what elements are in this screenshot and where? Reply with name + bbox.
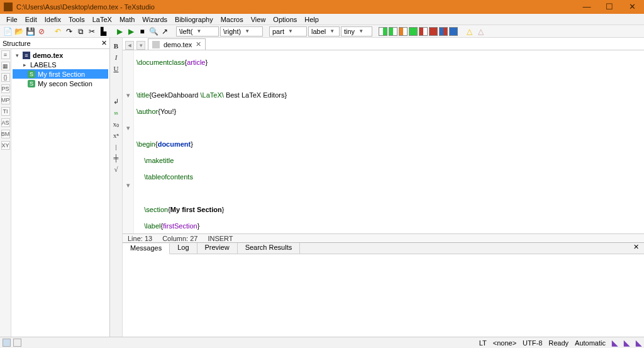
title-bar: C:\Users\Asus\Desktop\demo.tex - TeXstud… (0, 0, 644, 14)
bold-icon[interactable]: B (112, 42, 121, 50)
save-icon[interactable]: 💾 (25, 26, 35, 36)
tree-labels[interactable]: ▸ LABELS (13, 60, 108, 69)
warning2-icon[interactable]: △ (475, 26, 486, 36)
tree-root[interactable]: ▾≡ demo.tex (13, 50, 108, 60)
sub-icon[interactable]: x₀ (112, 120, 121, 128)
bookmark1-icon[interactable]: ◣ (612, 339, 618, 347)
status-auto[interactable]: Automatic (575, 339, 606, 347)
tab-menu-icon[interactable]: ▾ (136, 41, 145, 50)
new-icon[interactable]: 📄 (3, 26, 13, 36)
code-editor[interactable]: ▾ ▾ ▾ (123, 50, 644, 233)
tab-demo[interactable]: demo.tex ✕ (148, 38, 206, 50)
color-swatch-5[interactable] (419, 27, 428, 36)
fold-icon[interactable]: ▾ (123, 124, 133, 132)
tab-prev-icon[interactable]: ◄ (125, 41, 134, 50)
ss-icon[interactable]: ss (112, 108, 121, 117)
minimize-button[interactable]: — (582, 3, 591, 11)
color-swatch-2[interactable] (389, 27, 397, 36)
warning-icon[interactable]: △ (464, 26, 474, 36)
combo-left[interactable]: \left(▼ (176, 26, 219, 36)
side-btn-4[interactable]: PS (1, 84, 10, 93)
tab-close-icon[interactable]: ✕ (196, 40, 201, 48)
side-btn-6[interactable]: TI (1, 107, 10, 116)
status-line: Line: 13 (128, 235, 152, 242)
redo-icon[interactable]: ↷ (64, 26, 74, 36)
side-btn-7[interactable]: AS (1, 118, 10, 127)
dfrac-icon[interactable]: ╪ (112, 154, 121, 162)
italic-icon[interactable]: I (112, 53, 121, 62)
status-ready: Ready (548, 339, 569, 347)
sup-icon[interactable]: xⁿ (112, 131, 121, 140)
status-bar: LT <none> UTF-8 Ready Automatic ◣ ◣ ◣ (0, 337, 644, 348)
menu-view[interactable]: View (247, 15, 270, 24)
copy-icon[interactable]: ⧉ (75, 26, 86, 36)
fold-icon[interactable]: ▾ (123, 181, 133, 189)
structure-tree: ▾≡ demo.tex ▸ LABELS S My first Section … (11, 49, 109, 337)
tree-item-first-section[interactable]: S My first Section (13, 69, 108, 79)
close-doc-icon[interactable]: ⊘ (36, 26, 47, 36)
side-btn-3[interactable]: {} (1, 73, 10, 82)
btab-messages[interactable]: Messages (123, 244, 170, 254)
btab-preview[interactable]: Preview (197, 243, 238, 254)
color-swatch-7[interactable] (439, 27, 448, 36)
bottom-close-icon[interactable]: ✕ (628, 243, 644, 254)
btab-log[interactable]: Log (170, 243, 197, 254)
color-swatch-3[interactable] (399, 27, 408, 36)
side-btn-2[interactable]: ▦ (1, 62, 10, 70)
side-btn-9[interactable]: XY (1, 141, 10, 150)
menu-bibliography[interactable]: Bibliography (171, 15, 217, 24)
frac-icon[interactable]: | (112, 142, 121, 151)
menu-help[interactable]: Help (301, 15, 323, 24)
config-icon[interactable]: ▙ (98, 26, 108, 36)
structure-close-icon[interactable]: ✕ (101, 39, 107, 47)
combo-right[interactable]: \right)▼ (220, 26, 263, 36)
newline-icon[interactable]: ↲ (112, 97, 121, 106)
color-swatch-6[interactable] (429, 27, 438, 36)
maximize-button[interactable]: ☐ (605, 3, 614, 11)
view-log-icon[interactable]: ↗ (160, 26, 170, 36)
status-enc[interactable]: UTF-8 (523, 339, 542, 347)
bottom-panel: Messages Log Preview Search Results ✕ (123, 242, 644, 337)
menu-file[interactable]: File (3, 15, 21, 24)
app-icon (4, 3, 13, 11)
tree-item-second-section[interactable]: S My secon Section (13, 79, 108, 88)
compile-icon[interactable]: ▶ (126, 26, 136, 36)
side-btn-5[interactable]: MP (1, 96, 10, 104)
menu-math[interactable]: Math (116, 15, 138, 24)
lt-icon[interactable]: LT (479, 339, 487, 347)
cut-icon[interactable]: ✂ (87, 26, 97, 36)
window-title: C:\Users\Asus\Desktop\demo.tex - TeXstud… (16, 3, 582, 11)
undo-icon[interactable]: ↶ (53, 26, 63, 36)
open-icon[interactable]: 📂 (14, 26, 24, 36)
menu-macros[interactable]: Macros (217, 15, 247, 24)
bookmark2-icon[interactable]: ◣ (624, 339, 630, 347)
code-body[interactable]: \documentclass{article} \title{GeekDahbo… (134, 50, 644, 233)
menu-tools[interactable]: Tools (65, 15, 89, 24)
side-btn-1[interactable]: ≡ (1, 50, 10, 59)
color-swatch-1[interactable] (379, 27, 387, 36)
combo-part[interactable]: part▼ (269, 26, 307, 36)
stop-icon[interactable]: ■ (137, 26, 147, 36)
bookmark3-icon[interactable]: ◣ (636, 339, 641, 347)
btab-search[interactable]: Search Results (238, 243, 301, 254)
color-swatch-4[interactable] (409, 27, 418, 36)
color-swatch-8[interactable] (449, 27, 458, 36)
combo-label[interactable]: label▼ (308, 26, 340, 36)
menu-latex[interactable]: LaTeX (89, 15, 116, 24)
status-lang[interactable]: <none> (493, 339, 516, 347)
combo-tiny[interactable]: tiny▼ (341, 26, 372, 36)
menu-edit[interactable]: Edit (21, 15, 41, 24)
menu-wizards[interactable]: Wizards (138, 15, 171, 24)
menu-idefix[interactable]: Idefix (41, 15, 65, 24)
close-button[interactable]: ✕ (628, 3, 636, 11)
view-icon[interactable]: 🔍 (148, 26, 158, 36)
side-btn-8[interactable]: BM (1, 130, 10, 138)
underline-icon[interactable]: U (112, 64, 121, 73)
menu-options[interactable]: Options (269, 15, 301, 24)
build-icon[interactable]: ▶ (114, 26, 125, 36)
status-btn-2[interactable] (13, 339, 21, 347)
status-btn-1[interactable] (3, 339, 11, 347)
editor-tabbar: ◄ ▾ demo.tex ✕ (123, 38, 644, 50)
sqrt-icon[interactable]: √ (112, 165, 121, 174)
fold-icon[interactable]: ▾ (123, 91, 133, 99)
